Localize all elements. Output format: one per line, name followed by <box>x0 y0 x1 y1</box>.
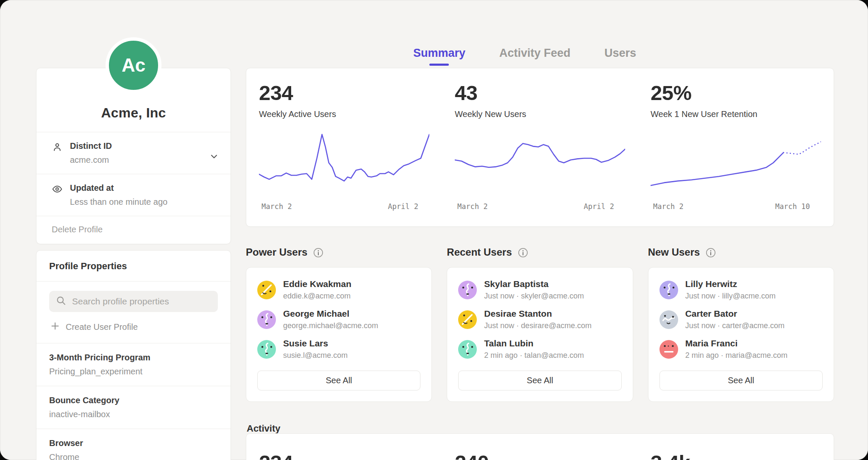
user-avatar <box>659 310 678 329</box>
property-value: Pricing_plan_experiment <box>49 367 218 376</box>
profile-field-updated-at: Updated atLess than one minute ago <box>36 174 231 216</box>
see-all-button[interactable]: See All <box>458 371 621 390</box>
user-subtitle: Just now · carter@acme.com <box>685 321 785 330</box>
activity-panel: 240 <box>442 434 638 460</box>
section-header: Recent Users <box>447 244 633 260</box>
x-axis-tick: April 2 <box>388 202 418 211</box>
stat-value: 25% <box>651 81 821 105</box>
user-subtitle: 2 min ago · talan@acme.com <box>484 351 584 360</box>
user-subtitle: 2 min ago · maria@acme.com <box>685 351 787 360</box>
app-window: Ac Acme, Inc Distinct IDacme.comUpdated … <box>0 0 868 460</box>
eye-icon <box>52 184 63 207</box>
section-header: New Users <box>648 244 834 260</box>
user-row-maria-franci[interactable]: Maria Franci2 min ago · maria@acme.com <box>659 338 823 360</box>
user-name: Talan Lubin <box>484 338 584 348</box>
avatar: Ac <box>106 37 161 93</box>
create-user-profile-button[interactable]: Create User Profile <box>49 312 218 343</box>
summary-panel-weekly-new-users: 43Weekly New UsersMarch 2April 2 <box>442 68 638 226</box>
person-icon <box>52 142 63 165</box>
user-section-power-users: Power UsersEddie Kwakmaneddie.k@acme.com… <box>246 244 432 402</box>
user-avatar <box>458 340 477 359</box>
property-row-browser[interactable]: BrowserChrome <box>36 429 231 460</box>
x-axis-labels: March 2April 2 <box>259 195 429 211</box>
search-wrap: Create User Profile <box>36 282 231 343</box>
delete-profile-row: Delete Profile <box>36 216 231 244</box>
x-axis-tick: March 10 <box>775 202 810 211</box>
activity-stat-value: 240 <box>455 451 625 460</box>
activity-title: Activity <box>247 423 280 434</box>
field-content: Distinct IDacme.com <box>70 141 112 165</box>
profile-properties-title: Profile Properties <box>36 251 231 281</box>
user-name: Eddie Kwakman <box>283 279 351 289</box>
user-subtitle: eddie.k@acme.com <box>283 292 351 301</box>
user-row-skylar-baptista[interactable]: Skylar BaptistaJust now · skyler@acme.co… <box>458 279 621 301</box>
user-avatar <box>659 281 678 299</box>
user-subtitle: Just now · desirare@acme.com <box>484 321 591 330</box>
profile-field-distinct-id: Distinct IDacme.com <box>36 132 231 174</box>
activity-stat-value: 3.4k <box>651 451 821 460</box>
property-name: Browser <box>49 438 218 448</box>
user-name: Susie Lars <box>283 338 348 348</box>
see-all-button[interactable]: See All <box>659 371 823 390</box>
property-row-3-month-pricing-program[interactable]: 3-Month Pricing ProgramPricing_plan_expe… <box>36 343 231 386</box>
user-avatar <box>458 281 477 299</box>
chevron-down-icon[interactable] <box>209 151 220 162</box>
user-avatar <box>458 310 477 329</box>
avatar-initials: Ac <box>122 55 145 76</box>
info-icon[interactable] <box>517 247 529 258</box>
tab-users[interactable]: Users <box>604 47 636 66</box>
user-row-talan-lubin[interactable]: Talan Lubin2 min ago · talan@acme.com <box>458 338 621 360</box>
delete-profile-button[interactable]: Delete Profile <box>52 225 103 234</box>
activity-stat-value: 234 <box>259 451 429 460</box>
section-title: Recent Users <box>447 246 512 258</box>
search-profile-properties-input[interactable] <box>71 296 211 307</box>
property-name: Bounce Category <box>49 396 218 405</box>
user-avatar <box>257 281 276 299</box>
user-row-susie-lars[interactable]: Susie Larssusie.l@acme.com <box>257 338 420 360</box>
search-icon <box>56 295 67 308</box>
see-all-button[interactable]: See All <box>257 371 420 390</box>
user-info: Lilly HerwitzJust now · lilly@acme.com <box>685 279 776 301</box>
user-info: Maria Franci2 min ago · maria@acme.com <box>685 338 787 360</box>
stat-value: 234 <box>259 81 429 105</box>
user-name: Carter Bator <box>685 309 785 319</box>
user-info: Desirae StantonJust now · desirare@acme.… <box>484 309 591 330</box>
user-subtitle: Just now · lilly@acme.com <box>685 292 776 301</box>
user-avatar <box>257 310 276 329</box>
property-value: inactive-mailbox <box>49 410 218 419</box>
x-axis-tick: March 2 <box>457 202 488 211</box>
info-icon[interactable] <box>313 247 324 258</box>
user-info: Carter BatorJust now · carter@acme.com <box>685 309 785 330</box>
tab-summary[interactable]: Summary <box>413 47 465 66</box>
user-row-carter-bator[interactable]: Carter BatorJust now · carter@acme.com <box>659 309 823 330</box>
user-name: Skylar Baptista <box>484 279 584 289</box>
profile-card: Acme, Inc Distinct IDacme.comUpdated atL… <box>36 68 231 244</box>
user-list-card: Eddie Kwakmaneddie.k@acme.comGeorge Mich… <box>246 267 432 402</box>
line-chart <box>455 131 625 195</box>
user-section-recent-users: Recent UsersSkylar BaptistaJust now · sk… <box>447 244 633 402</box>
x-axis-labels: March 2March 10 <box>651 195 821 211</box>
user-list-card: Lilly HerwitzJust now · lilly@acme.comCa… <box>648 267 834 402</box>
user-avatar <box>659 340 678 359</box>
section-header: Power Users <box>246 244 432 260</box>
user-name: Lilly Herwitz <box>685 279 776 289</box>
property-row-bounce-category[interactable]: Bounce Categoryinactive-mailbox <box>36 386 231 429</box>
field-label: Updated at <box>70 183 167 193</box>
summary-card: 234Weekly Active UsersMarch 2April 243We… <box>246 68 834 227</box>
user-row-eddie-kwakman[interactable]: Eddie Kwakmaneddie.k@acme.com <box>257 279 420 301</box>
summary-panel-weekly-active-users: 234Weekly Active UsersMarch 2April 2 <box>246 68 442 226</box>
user-row-lilly-herwitz[interactable]: Lilly HerwitzJust now · lilly@acme.com <box>659 279 823 301</box>
search-box <box>49 291 218 312</box>
x-axis-tick: April 2 <box>584 202 614 211</box>
user-row-desirae-stanton[interactable]: Desirae StantonJust now · desirare@acme.… <box>458 309 621 330</box>
user-row-george-michael[interactable]: George Michaelgeorge.michael@acme.com <box>257 309 420 330</box>
property-value: Chrome <box>49 452 218 460</box>
stat-label: Weekly New Users <box>455 109 625 119</box>
user-subtitle: Just now · skyler@acme.com <box>484 292 584 301</box>
user-name: George Michael <box>283 309 378 319</box>
info-icon[interactable] <box>705 247 716 258</box>
field-value: acme.com <box>70 155 112 165</box>
summary-panel-week-1-new-user-retention: 25%Week 1 New User RetentionMarch 2March… <box>638 68 834 226</box>
x-axis-labels: March 2April 2 <box>455 195 625 211</box>
tab-activity-feed[interactable]: Activity Feed <box>499 47 570 66</box>
